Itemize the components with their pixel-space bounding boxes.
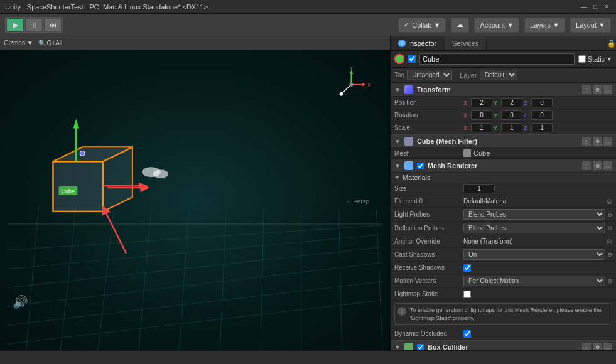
- reflection-probes-select[interactable]: Blend Probes: [463, 223, 605, 233]
- collab-button[interactable]: ✓ Collab ▼: [398, 18, 446, 33]
- rotation-x-input[interactable]: [471, 110, 492, 120]
- rotation-y-input[interactable]: [501, 110, 522, 120]
- mesh-renderer-action-2[interactable]: ⚙: [593, 161, 602, 170]
- scale-y-input[interactable]: [501, 123, 522, 132]
- size-label: Size: [394, 185, 463, 192]
- cloud-icon: ☁: [457, 21, 463, 29]
- lightmap-static-checkbox[interactable]: [463, 291, 471, 298]
- account-button[interactable]: Account ▼: [474, 18, 519, 33]
- rot-y-label: Y: [494, 112, 500, 119]
- light-probes-select[interactable]: Blend Probes: [463, 209, 605, 220]
- mesh-renderer-section-header: ▼ Mesh Renderer ⋮ ⚙ …: [391, 159, 616, 173]
- tab-inspector[interactable]: i Inspector: [391, 36, 445, 50]
- mesh-renderer-expand-icon[interactable]: ▼: [394, 163, 401, 169]
- light-probes-target[interactable]: ⊕: [607, 211, 612, 218]
- cast-shadows-select[interactable]: On: [463, 249, 605, 260]
- box-collider-enabled-checkbox[interactable]: [417, 344, 424, 350]
- collab-checkmark: ✓: [404, 21, 409, 29]
- mesh-filter-expand-icon[interactable]: ▼: [394, 138, 401, 145]
- dynamic-occluded-checkbox[interactable]: [463, 330, 471, 338]
- layers-button[interactable]: Layers ▼: [524, 18, 565, 33]
- lightmap-info-box: i To enable generation of lightmaps for …: [394, 303, 612, 325]
- close-button[interactable]: ✕: [602, 3, 611, 11]
- object-name-input[interactable]: [419, 53, 575, 65]
- cast-shadows-target[interactable]: ⊕: [607, 251, 612, 258]
- rotation-z-input[interactable]: [531, 110, 553, 120]
- static-dropdown-arrow[interactable]: ▼: [607, 56, 612, 62]
- pause-button[interactable]: ⏸: [25, 18, 43, 32]
- mesh-value-text: Cube: [473, 149, 490, 157]
- scene-area: Gizmos ▼ 🔍 Q+All: [0, 36, 390, 350]
- scale-z-input[interactable]: [531, 123, 553, 132]
- transform-title: Transform: [417, 86, 578, 94]
- window-title: Unity - SpaceShooterTest - PC, Mac & Lin…: [5, 3, 208, 11]
- mesh-renderer-action-3[interactable]: …: [603, 161, 612, 170]
- tab-services[interactable]: Services: [445, 36, 487, 50]
- mesh-renderer-action-1[interactable]: ⋮: [582, 161, 591, 170]
- tag-select[interactable]: Untagged: [407, 70, 452, 80]
- position-label: Position: [394, 99, 463, 106]
- transform-action-1[interactable]: ⋮: [582, 85, 591, 94]
- scene-canvas[interactable]: Cube: [0, 50, 390, 350]
- layer-select[interactable]: Default: [480, 70, 517, 80]
- receive-shadows-row: Receive Shadows: [391, 262, 616, 274]
- materials-expand-icon[interactable]: ▼: [394, 174, 400, 181]
- receive-shadows-checkbox[interactable]: [463, 264, 471, 272]
- maximize-button[interactable]: □: [591, 3, 600, 11]
- step-button[interactable]: ⏭: [44, 18, 62, 32]
- layout-button[interactable]: Layout ▼: [570, 18, 611, 33]
- mesh-row: Mesh Cube: [391, 148, 616, 159]
- position-z-input[interactable]: [531, 98, 553, 107]
- inspector-lock-button[interactable]: 🔒: [607, 36, 616, 50]
- materials-label: Materials: [403, 174, 431, 181]
- size-input[interactable]: [463, 184, 495, 193]
- element0-target-icon[interactable]: ◎: [607, 198, 612, 205]
- transform-action-3[interactable]: …: [603, 85, 612, 94]
- mesh-filter-action-2[interactable]: ⚙: [593, 137, 602, 146]
- cloud-button[interactable]: ☁: [451, 18, 469, 33]
- play-button[interactable]: ▶: [6, 18, 24, 32]
- receive-shadows-label: Receive Shadows: [394, 264, 463, 271]
- motion-vectors-select[interactable]: Per Object Motion: [463, 276, 605, 286]
- inspector-panel: i Inspector Services 🔒 Static ▼: [390, 36, 616, 350]
- transform-action-2[interactable]: ⚙: [593, 85, 602, 94]
- object-header: Static ▼: [391, 51, 616, 68]
- scale-x-input[interactable]: [471, 123, 492, 132]
- mesh-filter-action-1[interactable]: ⋮: [582, 137, 591, 146]
- scale-label: Scale: [394, 124, 463, 131]
- mesh-renderer-title: Mesh Renderer: [428, 162, 578, 169]
- search-icon: 🔍: [38, 40, 46, 46]
- anchor-override-target[interactable]: ◎: [607, 238, 612, 245]
- reflection-probes-target[interactable]: ⊕: [607, 225, 612, 232]
- box-collider-action-1[interactable]: ⋮: [582, 343, 591, 350]
- size-row: Size: [391, 183, 616, 195]
- box-collider-title: Box Collider: [428, 343, 578, 350]
- object-enabled-checkbox[interactable]: [408, 55, 416, 63]
- mesh-renderer-enabled-checkbox[interactable]: [417, 163, 424, 169]
- position-y-input[interactable]: [501, 98, 522, 107]
- box-collider-action-2[interactable]: ⚙: [593, 343, 602, 350]
- box-collider-action-3[interactable]: …: [603, 343, 612, 350]
- position-x-input[interactable]: [471, 98, 492, 107]
- scale-row: Scale X Y Z: [391, 122, 616, 134]
- element0-text: Default-Material: [463, 198, 508, 205]
- minimize-button[interactable]: —: [580, 3, 588, 11]
- main-layout: Gizmos ▼ 🔍 Q+All: [0, 36, 616, 350]
- toolbar: ▶ ⏸ ⏭ ✓ Collab ▼ ☁ Account ▼ Layers ▼ La…: [0, 14, 616, 36]
- inspector-body: Static ▼ Tag Untagged Layer Default ▼ Tr: [391, 51, 616, 350]
- mesh-filter-action-3[interactable]: …: [603, 137, 612, 146]
- motion-vectors-target[interactable]: ⊕: [607, 277, 612, 284]
- motion-vectors-row: Motion Vectors Per Object Motion ⊕: [391, 274, 616, 288]
- motion-vectors-label: Motion Vectors: [394, 277, 463, 284]
- mesh-filter-icon: [404, 137, 413, 146]
- box-collider-expand-icon[interactable]: ▼: [394, 344, 401, 350]
- box-collider-icon: [404, 343, 413, 350]
- rotation-row: Rotation X Y Z: [391, 109, 616, 122]
- window-controls[interactable]: — □ ✕: [580, 3, 611, 11]
- scale-x-label: X: [463, 125, 470, 131]
- transform-expand-icon[interactable]: ▼: [394, 87, 401, 94]
- gizmos-button[interactable]: Gizmos ▼: [4, 40, 33, 46]
- scene-search[interactable]: 🔍 Q+All: [38, 40, 63, 46]
- tag-label: Tag: [394, 72, 404, 78]
- static-checkbox[interactable]: [578, 55, 586, 63]
